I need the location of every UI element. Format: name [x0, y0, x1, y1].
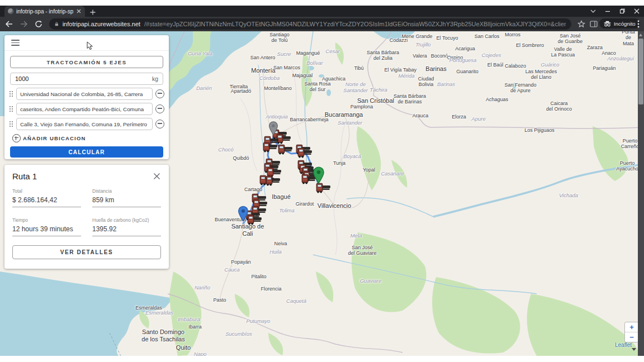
vehicle-type-button[interactable]: TRACTOCAMIÓN 5 EJES	[10, 56, 163, 68]
map-label: Anzoátegui	[607, 56, 634, 62]
reload-icon[interactable]	[34, 20, 43, 28]
attribution-toggle-icon[interactable]	[632, 348, 636, 351]
map-label: Mérida	[398, 73, 414, 79]
add-location-label: AÑADIR UBICACION	[23, 135, 86, 141]
map-label: Santa Bárbara del Zulia	[367, 50, 399, 61]
drag-handle-icon[interactable]	[9, 106, 13, 112]
location-input[interactable]: caseritos, Anden Compartido Peatón-Bici,…	[16, 103, 153, 115]
remove-location-icon[interactable]	[155, 120, 164, 128]
map-label: Popayán	[231, 259, 251, 265]
map-label: San Marcos	[273, 65, 300, 70]
map-label: Puerto Ayacucho	[616, 160, 638, 172]
minimize-button[interactable]	[600, 6, 615, 17]
calculate-button[interactable]: CALCULAR	[10, 146, 163, 158]
bookmark-star-icon[interactable]	[577, 20, 586, 28]
drag-handle-icon[interactable]	[9, 90, 13, 97]
map-label: Elorza	[452, 114, 466, 120]
tab-close-icon[interactable]	[76, 8, 82, 14]
side-panel-icon[interactable]	[589, 20, 598, 28]
remove-location-icon[interactable]	[155, 89, 164, 98]
weight-input[interactable]: 1000 kg	[10, 73, 163, 85]
browser-tab[interactable]: infotrip-spa - infotrip-spa	[4, 6, 85, 17]
scrollbar-thumb[interactable]	[638, 39, 643, 104]
url-domain: infotripapi.azurewebsites.net	[63, 21, 140, 27]
weight-unit-label: kg	[152, 75, 158, 82]
tab-title: infotrip-spa - infotrip-spa	[16, 8, 73, 15]
map-label: Acarigua	[455, 46, 475, 51]
top-margin	[0, 0, 644, 6]
hamburger-menu-icon[interactable]	[11, 40, 20, 46]
leaflet-attribution-link[interactable]: Leaflet	[615, 342, 632, 348]
map-label: Bucaramanga	[325, 111, 363, 118]
map-label: Magangué	[296, 50, 320, 56]
incognito-icon	[604, 21, 611, 27]
map-label: Ospino	[447, 55, 463, 60]
new-tab-button[interactable]	[89, 8, 96, 15]
tab-search-icon[interactable]	[586, 6, 600, 17]
carbon-field: Huella de carbono (kgCo2) 1395.92	[92, 217, 161, 236]
map-label: Tibú	[354, 65, 363, 71]
map-label: Chocó	[218, 147, 233, 153]
destination-blue-marker[interactable]	[238, 206, 249, 224]
location-row: Calle 3, Viejo San Fernando, Comuna 19, …	[9, 118, 164, 130]
location-input[interactable]: Universidad Nacional de Colombia, 26-85,…	[16, 88, 153, 100]
map-label: Tolima	[279, 208, 295, 214]
waypoint-gray-marker[interactable]	[268, 121, 279, 137]
padlock-icon	[55, 21, 59, 27]
map-label: El Baúl	[487, 62, 504, 68]
map-label: San Carlos	[475, 34, 500, 39]
map-label: Meta	[350, 233, 362, 239]
map-label: Imbabura	[178, 317, 200, 323]
truck-marker[interactable]	[247, 215, 262, 225]
truck-marker[interactable]	[266, 175, 280, 186]
location-input[interactable]: Calle 3, Viejo San Fernando, Comuna 19, …	[16, 118, 153, 130]
zoom-in-button[interactable]: +	[625, 322, 638, 332]
map-label: San José del Guaviare	[348, 245, 376, 256]
plus-circle-icon	[12, 134, 21, 142]
truck-marker[interactable]	[263, 142, 277, 153]
browser-titlebar: infotrip-spa - infotrip-spa	[0, 6, 644, 17]
url-path: /#state=eyJpZCI6IjZlNTNiNzNmLTQyOTEtNGJh…	[144, 21, 566, 27]
map-label: Zaraza	[587, 45, 603, 50]
map-label: Pamplona	[351, 104, 373, 109]
map-label: Cauca	[224, 267, 239, 273]
map-label: Santander	[338, 120, 362, 126]
url-bar[interactable]: infotripapi.azurewebsites.net/#state=eyJ…	[49, 18, 571, 30]
map-label: Ciudad Bolivia	[418, 76, 434, 88]
map-label: Táchira	[370, 87, 387, 93]
map-label: Quito	[176, 344, 191, 351]
details-button[interactable]: VER DETALLES	[12, 245, 161, 259]
forward-icon[interactable]	[20, 20, 29, 28]
truck-marker[interactable]	[297, 147, 312, 158]
map-label: Puerto Carreño	[621, 138, 640, 150]
page-scrollbar[interactable]	[638, 31, 644, 356]
scrollbar-up-arrow[interactable]	[639, 34, 642, 36]
map-label: Trujillo	[415, 42, 430, 48]
map-label: Córdoba	[259, 75, 280, 82]
truck-marker[interactable]	[278, 144, 292, 155]
back-icon[interactable]	[4, 20, 13, 28]
destination-green-marker[interactable]	[312, 166, 325, 186]
map-label: Antioquia	[266, 114, 288, 120]
map-label: Morros	[505, 32, 520, 37]
map-label: Neiva	[274, 241, 287, 246]
close-window-button[interactable]	[629, 6, 644, 17]
map-label: Anaco	[602, 50, 616, 56]
menu-dots-icon[interactable]	[634, 20, 643, 28]
close-icon[interactable]	[153, 172, 161, 180]
map-label: Calabozo	[505, 63, 526, 69]
map-label: Napo	[194, 351, 207, 356]
zoom-out-button[interactable]: −	[625, 332, 638, 342]
map-label: Norte de Santander	[343, 82, 368, 94]
drag-handle-icon[interactable]	[9, 121, 13, 127]
map-label: Tierralta	[230, 84, 248, 89]
remove-location-icon[interactable]	[155, 104, 164, 113]
bottom-margin	[0, 356, 644, 362]
map-label: Caicara del Orinoco	[546, 101, 572, 112]
map-label: Darién	[196, 85, 212, 92]
map-label: Putumayo	[247, 318, 271, 325]
map-label: Girardot	[296, 201, 314, 207]
add-location-button[interactable]: AÑADIR UBICACION	[12, 134, 169, 142]
restore-button[interactable]	[615, 6, 629, 17]
map-label: Quibdó	[233, 155, 249, 161]
